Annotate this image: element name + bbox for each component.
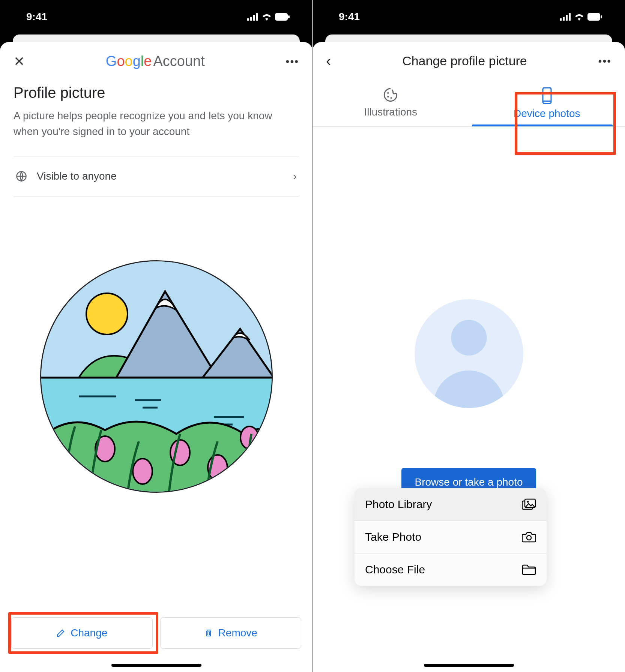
svg-rect-24 <box>587 13 600 21</box>
change-button[interactable]: Change <box>11 617 153 649</box>
status-bar: 9:41 <box>0 0 312 34</box>
button-row: Change Remove <box>11 617 301 649</box>
home-indicator[interactable] <box>424 664 514 667</box>
avatar-placeholder <box>415 299 523 408</box>
palette-icon <box>383 87 398 102</box>
placeholder-container <box>312 299 625 408</box>
visibility-row[interactable]: Visible to anyone › <box>14 156 299 196</box>
globe-icon <box>16 171 27 182</box>
status-time: 9:41 <box>339 11 360 23</box>
browse-button-label: Browse or take a photo <box>415 476 523 488</box>
home-indicator[interactable] <box>111 664 201 667</box>
photo-library-icon <box>522 498 536 510</box>
camera-icon <box>522 531 536 543</box>
battery-icon <box>587 13 602 21</box>
chevron-right-icon: › <box>293 170 297 183</box>
svg-point-28 <box>391 97 392 99</box>
visibility-label: Visible to anyone <box>37 170 283 182</box>
svg-rect-22 <box>566 15 568 21</box>
back-icon[interactable]: ‹ <box>326 52 331 69</box>
tab-illustrations-label: Illustrations <box>364 106 417 118</box>
action-take-photo[interactable]: Take Photo <box>355 521 547 554</box>
page-title: Profile picture <box>14 84 299 101</box>
header: ✕ Google Account ••• <box>0 42 312 81</box>
signal-icon <box>247 13 258 21</box>
action-photo-library-label: Photo Library <box>365 498 432 511</box>
remove-button[interactable]: Remove <box>160 617 302 649</box>
tabs: Illustrations Device photos <box>312 80 625 127</box>
svg-rect-3 <box>256 13 258 21</box>
change-button-label: Change <box>71 627 107 639</box>
action-choose-file[interactable]: Choose File <box>355 554 547 586</box>
svg-point-19 <box>240 426 258 449</box>
svg-rect-1 <box>250 17 252 21</box>
tab-device-photos[interactable]: Device photos <box>469 80 625 126</box>
google-account-logo: Google Account <box>106 53 205 69</box>
page-title: Change profile picture <box>402 54 527 68</box>
svg-point-33 <box>527 501 529 503</box>
svg-rect-4 <box>275 13 288 21</box>
svg-rect-21 <box>563 17 565 21</box>
status-bar: 9:41 <box>312 0 625 34</box>
tab-device-label: Device photos <box>514 108 580 120</box>
main-sheet: ✕ Google Account ••• Profile picture A p… <box>0 42 312 672</box>
more-icon[interactable]: ••• <box>598 55 611 67</box>
svg-point-8 <box>86 293 128 334</box>
close-icon[interactable]: ✕ <box>14 54 25 69</box>
svg-point-27 <box>387 96 389 98</box>
svg-rect-0 <box>247 18 249 21</box>
svg-point-34 <box>527 536 531 540</box>
avatar-container <box>14 260 299 493</box>
svg-rect-5 <box>288 15 290 18</box>
svg-rect-25 <box>601 15 602 18</box>
phone-right: 9:41 ‹ Change profile picture ••• Illust… <box>312 0 625 672</box>
content: Profile picture A picture helps people r… <box>0 81 312 493</box>
svg-rect-2 <box>253 15 255 21</box>
profile-picture <box>40 260 273 493</box>
page-subtitle: A picture helps people recognize you and… <box>14 108 299 140</box>
phone-icon <box>541 87 553 104</box>
remove-button-label: Remove <box>218 627 257 639</box>
status-icons <box>247 13 290 21</box>
signal-icon <box>560 13 571 21</box>
battery-icon <box>275 13 290 21</box>
status-icons <box>560 13 602 21</box>
phone-left: 9:41 ✕ Google Account ••• Profile pictur… <box>0 0 312 672</box>
logo-account-text: Account <box>153 53 204 69</box>
action-take-photo-label: Take Photo <box>365 531 421 543</box>
svg-rect-20 <box>560 18 562 21</box>
main-sheet: ‹ Change profile picture ••• Illustratio… <box>312 42 625 672</box>
wifi-icon <box>261 13 272 21</box>
action-photo-library[interactable]: Photo Library <box>355 488 547 521</box>
status-time: 9:41 <box>26 11 47 23</box>
active-tab-indicator <box>472 124 613 126</box>
screenshot-divider <box>312 0 313 672</box>
pencil-icon <box>56 628 65 638</box>
tab-illustrations[interactable]: Illustrations <box>312 80 469 126</box>
folder-icon <box>522 564 536 576</box>
svg-rect-23 <box>569 13 571 21</box>
header: ‹ Change profile picture ••• <box>312 42 625 80</box>
action-choose-file-label: Choose File <box>365 563 425 576</box>
svg-point-26 <box>387 92 389 94</box>
wifi-icon <box>574 13 584 21</box>
action-sheet: Photo Library Take Photo Choose File <box>355 488 547 586</box>
trash-icon <box>204 628 213 638</box>
svg-point-16 <box>133 459 152 484</box>
more-icon[interactable]: ••• <box>286 56 299 68</box>
